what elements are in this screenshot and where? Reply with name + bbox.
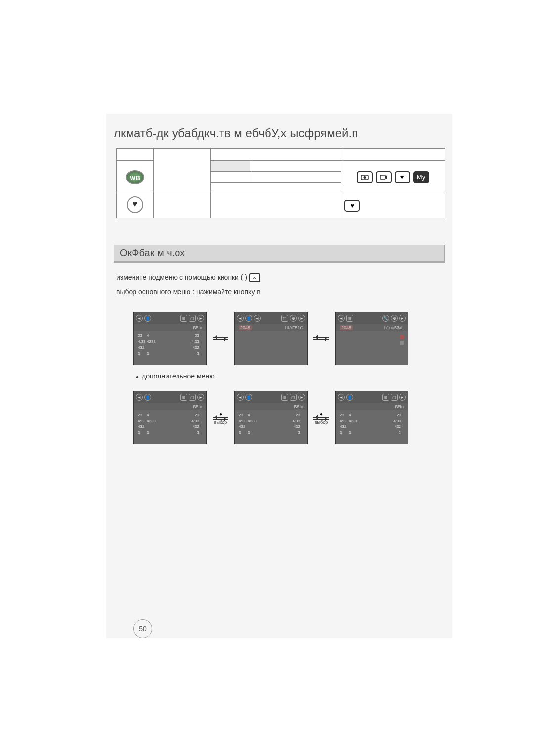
- screens-row-1: ◄ 👤 ⊞ ▢ ► B5fn 23423 4:3342334:33 432432…: [134, 312, 408, 365]
- arrow-right-icon: [313, 419, 329, 420]
- gear-icon: ⚙: [391, 315, 398, 322]
- lcd-screen-5: ◄ 👤 ⊞ ▢ ► B5fn 23423 4:3342334:33 432432…: [234, 391, 308, 444]
- grid-icon: ⊞: [346, 315, 353, 322]
- screens-row-2: ◄ 👤 ⊞ ▢ ► B5fn 23423 4:3342334:33 432432…: [134, 391, 408, 444]
- nav-left-icon: ◄: [338, 315, 345, 322]
- my-mode-icon: My: [413, 171, 429, 183]
- camera-tb-icon: ▢: [391, 394, 398, 401]
- grid-icon: ⊞: [180, 394, 187, 401]
- person-icon: 👤: [144, 315, 151, 322]
- lcd-screen-4: ◄ 👤 ⊞ ▢ ► B5fn 23423 4:3342334:33 432432…: [134, 391, 207, 444]
- gear-icon: ⚙: [290, 315, 297, 322]
- step-divider-2: ● выбор: [313, 411, 329, 425]
- person-icon: 👤: [144, 394, 151, 401]
- lcd-screen-3: ◄ ⊞ 🔧 ⚙ ► 2048h1no53aL: [335, 312, 408, 365]
- camera-tb-icon: ▢: [281, 315, 288, 322]
- wrench-icon: 🔧: [382, 315, 389, 322]
- screen-tab-label: B5fn: [134, 324, 206, 331]
- nav-left-icon: ◄: [237, 394, 244, 401]
- camera-tb-icon: ▢: [189, 394, 196, 401]
- person-icon: 👤: [245, 315, 252, 322]
- heart-mode-icon-2: ♥: [344, 200, 360, 212]
- camera-tb-icon: ▢: [290, 394, 297, 401]
- arrow-right-icon: [213, 339, 228, 340]
- bullet-text: дополнительное меню: [136, 372, 215, 380]
- nav-right-icon: ►: [197, 315, 204, 322]
- nav-right-icon: ►: [399, 315, 406, 322]
- body-line-2: выбор основного меню : нажимайте кнопку …: [116, 287, 261, 297]
- step-divider-1: ● выбор: [213, 411, 228, 425]
- page-number: 50: [134, 619, 152, 638]
- nav-right-icon: ►: [399, 394, 406, 401]
- section-header: ОкФбак м ч.ох: [114, 245, 445, 263]
- wb-icon: WB: [126, 170, 144, 184]
- manual-page: лкматб-дк убабдкч.тв м ебчбУ,х ысфрямей.…: [106, 114, 452, 638]
- svg-rect-2: [380, 175, 385, 179]
- nav-left-icon-2: ◄: [254, 315, 261, 322]
- person-icon: 👤: [245, 394, 252, 401]
- nav-left-icon: ◄: [136, 394, 143, 401]
- nav-right-icon: ►: [298, 315, 305, 322]
- page-title: лкматб-дк убабдкч.тв м ебчбУ,х ысфрямей.…: [114, 126, 358, 140]
- nav-right-icon: ►: [298, 394, 305, 401]
- camera-tb-icon: ▢: [189, 315, 196, 322]
- lcd-screen-2: ◄ 👤 ◄ ▢ ⚙ ► 2048ШАF51C: [234, 312, 308, 365]
- arrow-right-icon: [313, 339, 329, 340]
- arrows-pair-1: [213, 337, 228, 340]
- grid-icon: ⊞: [281, 394, 288, 401]
- arrow-right-icon: [213, 419, 228, 420]
- body-line-1: измените подменю с помощью кнопки ( ): [116, 272, 260, 283]
- nav-left-icon: ◄: [237, 315, 244, 322]
- nav-right-icon: ►: [197, 394, 204, 401]
- camera-mode-icon: [357, 171, 373, 183]
- lcd-screen-1: ◄ 👤 ⊞ ▢ ► B5fn 23423 4:3342334:33 432432…: [134, 312, 207, 365]
- nav-left-icon: ◄: [136, 315, 143, 322]
- lcd-screen-6: ◄ 👤 ⊞ ▢ ► B5fn 23423 4:3342334:33 432432…: [335, 391, 408, 444]
- person-icon: 👤: [346, 394, 353, 401]
- svg-point-1: [363, 176, 366, 179]
- arrows-pair-2: [313, 337, 329, 340]
- film-icon: [249, 273, 260, 282]
- nav-left-icon: ◄: [338, 394, 345, 401]
- grid-icon: ⊞: [180, 315, 187, 322]
- grid-icon: ⊞: [382, 394, 389, 401]
- mode-icons-row: ♥ My: [344, 171, 442, 183]
- heart-mode-icon: ♥: [395, 171, 410, 183]
- settings-table: WB ♥ My: [116, 148, 445, 218]
- video-mode-icon: [376, 171, 392, 183]
- heart-round-icon: [127, 196, 143, 213]
